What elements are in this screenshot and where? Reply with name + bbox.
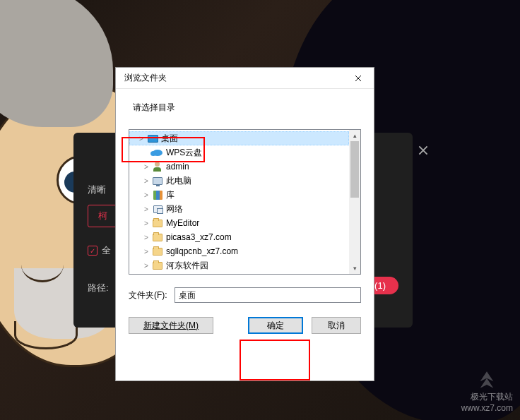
- cloud-icon: [152, 147, 163, 158]
- folder-tree: >桌面WPS云盘>admin>此电脑>库>网络>MyEditor>picasa3…: [129, 129, 361, 275]
- select-all-label: 全: [102, 244, 111, 257]
- tree-item-label: 新: [166, 274, 175, 275]
- checkbox-icon: ✓: [88, 246, 98, 256]
- tree-item[interactable]: >此电脑: [129, 174, 349, 188]
- tree-item[interactable]: >MyEditor: [129, 216, 349, 230]
- path-label: 路径:: [88, 282, 109, 294]
- pc-icon: [152, 175, 163, 186]
- desktop-icon: [147, 133, 158, 144]
- dialog-header: 浏览文件夹: [116, 68, 374, 89]
- tree-item-label: picasa3_xz7.com: [166, 232, 232, 242]
- folder-icon: [152, 217, 163, 229]
- scrollbar[interactable]: ▴ ▾: [349, 130, 360, 274]
- lib-icon: [152, 189, 163, 200]
- dialog-body: 请选择目录 >桌面WPS云盘>admin>此电脑>库>网络>MyEditor>p…: [116, 89, 374, 342]
- cancel-button[interactable]: 取消: [312, 317, 361, 334]
- browse-folder-dialog: 浏览文件夹 请选择目录 >桌面WPS云盘>admin>此电脑>库>网络>MyEd…: [115, 67, 374, 381]
- tree-item[interactable]: >河东软件园: [129, 258, 349, 272]
- dialog-close-button[interactable]: [343, 68, 374, 89]
- tree-item[interactable]: >新: [129, 272, 349, 274]
- select-all-row[interactable]: ✓ 全: [88, 244, 111, 257]
- bg-shape: [0, 0, 113, 127]
- expand-icon[interactable]: >: [142, 248, 150, 256]
- tree-item[interactable]: >picasa3_xz7.com: [129, 230, 349, 244]
- red-outline-button[interactable]: 柯: [88, 205, 118, 227]
- user-icon: [152, 161, 163, 172]
- tree-item-label: 网络: [166, 203, 183, 215]
- expand-icon[interactable]: >: [142, 191, 150, 199]
- folder-icon: [152, 232, 163, 243]
- tree-item[interactable]: >sgllqpcnb_xz7.com: [129, 244, 349, 258]
- expand-icon[interactable]: >: [142, 234, 150, 241]
- folder-icon: [152, 260, 163, 271]
- folder-icon: [152, 246, 163, 257]
- clarity-label: 清晰: [88, 184, 106, 196]
- dialog-instruction: 请选择目录: [133, 102, 361, 114]
- expand-icon[interactable]: >: [142, 220, 150, 227]
- tree-item-label: 桌面: [161, 133, 178, 145]
- expand-icon[interactable]: >: [142, 163, 150, 171]
- tree-item-label: WPS云盘: [166, 147, 202, 159]
- new-folder-button[interactable]: 新建文件夹(M): [129, 317, 213, 334]
- scroll-down-button[interactable]: ▾: [349, 263, 360, 274]
- tree-item-label: admin: [166, 162, 189, 172]
- tree-item-label: 此电脑: [166, 175, 191, 187]
- tree-item-label: 河东软件园: [166, 260, 208, 272]
- net-icon: [152, 203, 163, 215]
- ok-button[interactable]: 确定: [248, 317, 303, 334]
- dialog-title: 浏览文件夹: [124, 72, 167, 84]
- tree-content[interactable]: >桌面WPS云盘>admin>此电脑>库>网络>MyEditor>picasa3…: [129, 130, 349, 274]
- tree-item[interactable]: >网络: [129, 202, 349, 216]
- expand-icon[interactable]: >: [142, 205, 150, 213]
- tree-item[interactable]: >桌面: [129, 131, 349, 145]
- tree-item-label: 库: [166, 189, 175, 201]
- expand-icon[interactable]: >: [142, 177, 150, 185]
- bg-shape: [14, 321, 78, 349]
- settings-close-button[interactable]: [413, 140, 434, 161]
- tree-item-label: MyEditor: [166, 218, 199, 228]
- tree-item[interactable]: >库: [129, 188, 349, 202]
- scroll-thumb[interactable]: [350, 141, 359, 198]
- tree-item[interactable]: WPS云盘: [129, 145, 349, 160]
- folder-name-input[interactable]: [175, 287, 361, 303]
- tree-item-label: sgllqpcnb_xz7.com: [166, 246, 238, 256]
- folder-name-label: 文件夹(F):: [129, 289, 167, 301]
- bg-shape: [21, 247, 64, 282]
- expand-icon[interactable]: >: [137, 135, 146, 143]
- expand-icon[interactable]: >: [142, 262, 150, 270]
- tree-item[interactable]: >admin: [129, 160, 349, 174]
- dialog-button-row: 新建文件夹(M) 确定 取消: [129, 317, 361, 334]
- scroll-up-button[interactable]: ▴: [349, 130, 360, 141]
- folder-name-row: 文件夹(F):: [129, 287, 361, 303]
